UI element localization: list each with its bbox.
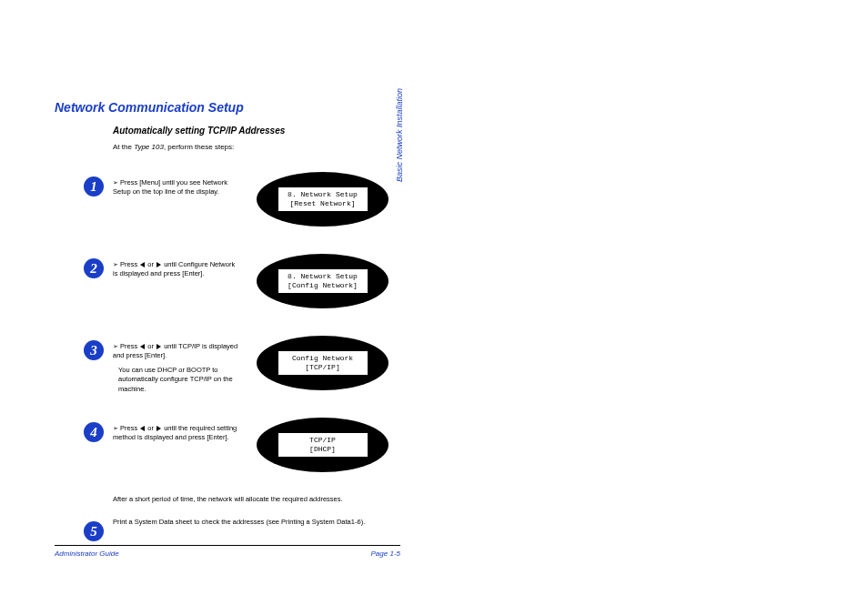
triangle-right-icon <box>156 426 161 431</box>
section-title: Network Communication Setup <box>55 100 400 115</box>
lcd-line1: 8. Network Setup <box>288 190 358 198</box>
step-mid: or <box>146 424 156 432</box>
intro-prefix: At the <box>113 143 134 151</box>
lcd-display: 8. Network Setup [Reset Network] <box>257 167 389 231</box>
step-text: ➢Press or until the required setting met… <box>113 424 240 442</box>
bullet-icon: ➢ <box>113 343 118 349</box>
triangle-left-icon <box>140 344 145 349</box>
step-prefix: Press <box>120 342 139 350</box>
step-extra-note: You can use DHCP or BOOTP to automatical… <box>118 366 240 393</box>
bullet-icon: ➢ <box>113 179 118 186</box>
footer-right: Page 1-5 <box>371 549 400 558</box>
step-text: ➢Press or until Configure Network is dis… <box>113 260 240 278</box>
step-text-content: Press [Menu] until you see Network Setup… <box>113 178 227 196</box>
lcd-screen: 8. Network Setup [Reset Network] <box>278 187 368 212</box>
lcd-line1: 8. Network Setup <box>288 272 358 280</box>
lcd-line1: TCP/IP <box>309 436 336 444</box>
step-mid: or <box>146 260 156 268</box>
side-chapter-label: Basic Network Installation <box>395 88 404 182</box>
triangle-left-icon <box>140 262 145 267</box>
step-prefix: Press <box>120 260 139 268</box>
step-number-badge: 5 <box>84 521 104 541</box>
lcd-display: Config Network [TCP/IP] <box>257 331 389 395</box>
lcd-display: 8. Network Setup [Config Network] <box>257 249 389 313</box>
triangle-right-icon <box>156 262 161 267</box>
lcd-line2: [TCP/IP] <box>305 363 339 371</box>
steps-list: 1 ➢Press [Menu] until you see Network Se… <box>55 167 400 477</box>
triangle-right-icon <box>156 344 161 349</box>
step-row: 4 ➢Press or until the required setting m… <box>55 413 400 477</box>
intro-model: Type 103 <box>134 143 164 151</box>
final-step-text: Print a System Data sheet to check the a… <box>113 518 365 526</box>
intro-line: At the Type 103, perform these steps: <box>113 143 400 151</box>
step-number-badge: 2 <box>84 258 104 278</box>
lcd-screen: Config Network [TCP/IP] <box>278 350 368 376</box>
step-prefix: Press <box>120 424 139 432</box>
after-note: After a short period of time, the networ… <box>113 495 400 503</box>
step-row: 5 Print a System Data sheet to check the… <box>55 512 400 541</box>
step-number-badge: 1 <box>84 176 104 197</box>
step-text: ➢Press or until TCP/IP is displayed and … <box>113 342 240 394</box>
page-footer: Administrator Guide Page 1-5 <box>55 545 400 558</box>
bullet-icon: ➢ <box>113 425 118 431</box>
lcd-display: TCP/IP [DHCP] <box>257 413 389 477</box>
lcd-line2: [Config Network] <box>288 281 358 289</box>
bullet-icon: ➢ <box>113 261 118 267</box>
step-number-badge: 3 <box>84 340 104 360</box>
intro-suffix: , perform these steps: <box>164 143 234 151</box>
step-row: 3 ➢Press or until TCP/IP is displayed an… <box>55 331 400 395</box>
step-mid: or <box>146 342 156 350</box>
lcd-screen: TCP/IP [DHCP] <box>278 432 368 458</box>
triangle-left-icon <box>140 426 145 431</box>
step-text: ➢Press [Menu] until you see Network Setu… <box>113 178 240 197</box>
step-row: 2 ➢Press or until Configure Network is d… <box>55 249 400 313</box>
subsection-title: Automatically setting TCP/IP Addresses <box>113 126 400 136</box>
lcd-line2: [DHCP] <box>309 445 336 453</box>
document-page: Network Communication Setup Automaticall… <box>55 100 400 541</box>
step-number-badge: 4 <box>84 422 104 442</box>
step-row: 1 ➢Press [Menu] until you see Network Se… <box>55 167 400 231</box>
lcd-line2: [Reset Network] <box>289 199 355 207</box>
lcd-screen: 8. Network Setup [Config Network] <box>278 268 368 294</box>
lcd-line1: Config Network <box>292 354 353 362</box>
footer-left: Administrator Guide <box>55 549 119 558</box>
